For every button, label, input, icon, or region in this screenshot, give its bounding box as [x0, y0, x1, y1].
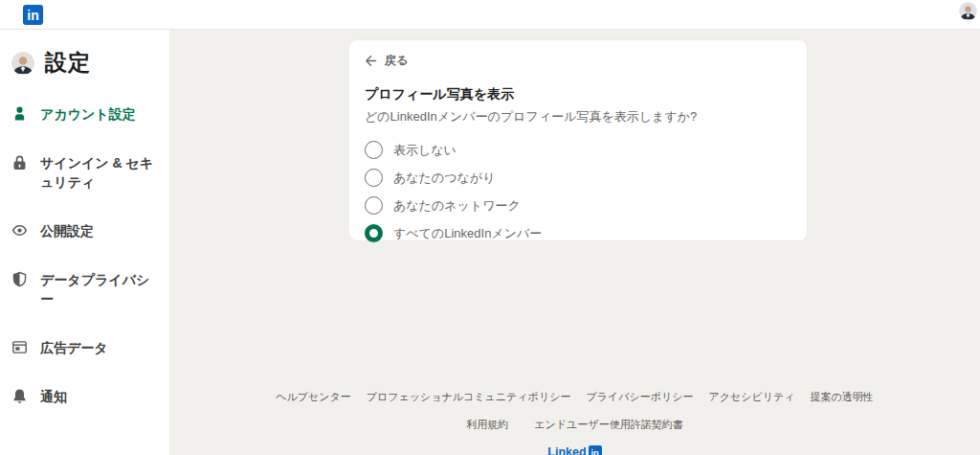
- linkedin-wordmark: Linked: [547, 445, 586, 455]
- lock-icon: [11, 154, 28, 171]
- radio-label: すべてのLinkedInメンバー: [393, 225, 542, 242]
- settings-sidebar: 設定 アカウント設定 サインイン & セキュリティ 公開設定: [0, 30, 169, 455]
- sidebar-item-account-settings[interactable]: アカウント設定: [11, 104, 158, 124]
- radio-option-group: 表示しない あなたのつながり あなたのネットワーク すべてのLinkedInメン…: [365, 141, 791, 242]
- sidebar-item-signin-security[interactable]: サインイン & セキュリティ: [11, 153, 158, 192]
- linkedin-logo-icon[interactable]: in: [23, 5, 43, 25]
- radio-label: 表示しない: [393, 142, 457, 159]
- user-avatar[interactable]: [959, 2, 977, 20]
- bell-icon: [11, 388, 28, 404]
- sidebar-item-label: データプライバシー: [40, 270, 158, 308]
- footer-links-row-2: 利用規約 エンドユーザー使用許諾契約書: [466, 418, 682, 432]
- footer-link-eula[interactable]: エンドユーザー使用許諾契約書: [534, 418, 682, 432]
- page-title: 設定: [45, 48, 91, 78]
- footer-link-help-center[interactable]: ヘルプセンター: [276, 390, 351, 404]
- sidebar-item-advertising-data[interactable]: 広告データ: [11, 338, 158, 357]
- profile-photo-visibility-card: 戻る プロフィール写真を表示 どのLinkedInメンバーのプロフィール写真を表…: [349, 40, 807, 240]
- sidebar-item-label: サインイン & セキュリティ: [40, 153, 158, 192]
- back-arrow-icon: [365, 55, 377, 67]
- sidebar-item-label: 公開設定: [40, 221, 94, 240]
- footer-link-community-policy[interactable]: プロフェッショナルコミュニティポリシー: [367, 390, 571, 404]
- card-subtitle: どのLinkedInメンバーのプロフィール写真を表示しますか?: [365, 108, 791, 125]
- settings-nav: アカウント設定 サインイン & セキュリティ 公開設定 データプライバシー: [11, 104, 158, 406]
- footer-link-privacy-policy[interactable]: プライバシーポリシー: [586, 390, 693, 404]
- ads-icon: [11, 339, 28, 355]
- sidebar-item-label: 通知: [40, 387, 67, 406]
- sidebar-item-visibility[interactable]: 公開設定: [11, 221, 158, 240]
- back-button[interactable]: 戻る: [365, 55, 408, 68]
- footer-link-user-agreement[interactable]: 利用規約: [466, 418, 508, 432]
- footer-link-accessibility[interactable]: アクセシビリティ: [708, 390, 794, 404]
- radio-label: あなたのつながり: [393, 170, 495, 187]
- radio-button[interactable]: [365, 196, 383, 215]
- top-bar: in: [0, 0, 980, 30]
- linkedin-settings-page: in 設定 アカウント設定 サインイン & セキュリティ: [0, 0, 980, 455]
- footer-link-recommendation-transparency[interactable]: 提案の透明性: [811, 390, 874, 404]
- radio-option-hide[interactable]: 表示しない: [365, 141, 791, 159]
- page-footer: ヘルプセンター プロフェッショナルコミュニティポリシー プライバシーポリシー ア…: [169, 390, 980, 455]
- profile-avatar: [11, 52, 34, 75]
- eye-icon: [11, 222, 28, 239]
- sidebar-header: 設定: [11, 48, 158, 78]
- card-title: プロフィール写真を表示: [365, 86, 791, 103]
- avatar-image: [959, 2, 977, 20]
- footer-linkedin-logo[interactable]: Linked in: [547, 445, 601, 455]
- back-label: 戻る: [385, 53, 408, 69]
- sidebar-item-data-privacy[interactable]: データプライバシー: [11, 270, 158, 308]
- linkedin-logo-icon: in: [589, 445, 602, 455]
- radio-button[interactable]: [365, 169, 383, 187]
- main-content: 戻る プロフィール写真を表示 どのLinkedInメンバーのプロフィール写真を表…: [169, 30, 980, 455]
- avatar-image: [11, 52, 34, 75]
- sidebar-item-label: アカウント設定: [40, 104, 136, 124]
- sidebar-item-notifications[interactable]: 通知: [11, 387, 158, 406]
- radio-button[interactable]: [365, 141, 383, 159]
- radio-option-connections[interactable]: あなたのつながり: [365, 169, 791, 187]
- person-icon: [11, 105, 28, 122]
- radio-option-all-members[interactable]: すべてのLinkedInメンバー: [365, 224, 791, 242]
- footer-links-row-1: ヘルプセンター プロフェッショナルコミュニティポリシー プライバシーポリシー ア…: [276, 390, 874, 404]
- sidebar-item-label: 広告データ: [40, 338, 108, 357]
- radio-option-network[interactable]: あなたのネットワーク: [365, 196, 791, 215]
- radio-label: あなたのネットワーク: [393, 197, 521, 215]
- radio-button-selected[interactable]: [365, 224, 383, 242]
- shield-icon: [11, 271, 28, 287]
